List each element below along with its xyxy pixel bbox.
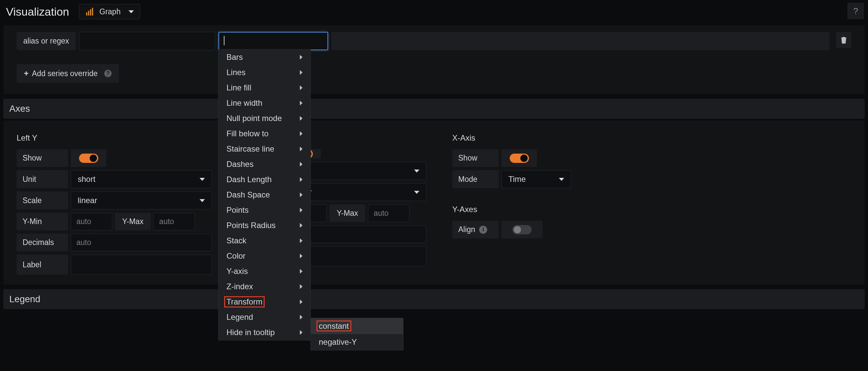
dropdown-item-bars[interactable]: Bars (218, 50, 310, 65)
graph-icon (85, 7, 95, 16)
dropdown-item-label: Z-index (226, 282, 253, 291)
chevron-right-icon (300, 162, 303, 167)
xaxis-show-label: Show (452, 149, 499, 167)
dropdown-item-fill-below-to[interactable]: Fill below to (218, 126, 310, 141)
chevron-down-icon (128, 10, 134, 13)
axes-section-body: Left Y Show Unit short Scale linear (3, 121, 865, 285)
dropdown-item-label: Transform (225, 297, 264, 307)
lefty-scale-label: Scale (17, 192, 68, 209)
dropdown-item-dash-length[interactable]: Dash Length (218, 172, 310, 187)
lefty-ymax-input[interactable]: auto (153, 213, 195, 230)
chevron-right-icon (300, 238, 303, 243)
chevron-down-icon (199, 178, 205, 181)
viz-type-selector[interactable]: Graph (79, 4, 140, 19)
override-spacer (331, 32, 830, 50)
info-icon[interactable]: i (479, 226, 487, 234)
trash-icon (840, 36, 847, 44)
dropdown-item-hide-in-tooltip[interactable]: Hide in tooltip (218, 325, 310, 340)
dropdown-item-y-axis[interactable]: Y-axis (218, 264, 310, 279)
dropdown-item-label: Bars (226, 53, 243, 62)
dropdown-item-stack[interactable]: Stack (218, 233, 310, 248)
xaxis-mode-select[interactable]: Time (501, 170, 571, 188)
dropdown-item-legend[interactable]: Legend (218, 310, 310, 325)
submenu-item-negative-y[interactable]: negative-Y (311, 334, 403, 350)
left-y-column: Left Y Show Unit short Scale linear (17, 125, 212, 275)
svg-rect-1 (88, 11, 89, 16)
chevron-right-icon (300, 254, 303, 258)
chevron-right-icon (300, 208, 303, 212)
chevron-down-icon (414, 170, 420, 173)
dropdown-item-label: Line width (226, 98, 262, 108)
help-button[interactable]: ? (847, 3, 864, 19)
dropdown-item-line-fill[interactable]: Line fill (218, 80, 310, 95)
chevron-right-icon (300, 55, 303, 59)
dropdown-item-lines[interactable]: Lines (218, 65, 310, 80)
dropdown-item-label: Lines (226, 68, 245, 77)
lefty-decimals-input[interactable]: auto (71, 234, 212, 251)
visualization-header: Visualization Graph ? (0, 0, 868, 23)
righty-ymax-label: Y-Max (330, 204, 365, 222)
dropdown-item-staircase-line[interactable]: Staircase line (218, 141, 310, 156)
submenu-item-label: negative-Y (319, 337, 357, 346)
xaxis-mode-value: Time (508, 174, 526, 184)
legend-section-header[interactable]: Legend (3, 289, 865, 309)
dropdown-item-points-radius[interactable]: Points Radius (218, 218, 310, 233)
chevron-right-icon (300, 131, 303, 136)
svg-rect-2 (90, 9, 91, 16)
dropdown-item-transform[interactable]: Transform (218, 294, 310, 310)
dropdown-item-label: Hide in tooltip (226, 328, 275, 337)
chevron-right-icon (300, 193, 303, 197)
add-series-override-button[interactable]: + Add series override ? (17, 64, 119, 83)
chevron-right-icon (300, 315, 303, 319)
lefty-unit-select[interactable]: short (71, 170, 212, 188)
dropdown-item-points[interactable]: Points (218, 202, 310, 218)
dropdown-item-label: Points Radius (226, 221, 276, 230)
lefty-ymax-label: Y-Max (115, 213, 151, 230)
dropdown-item-dashes[interactable]: Dashes (218, 156, 310, 172)
dropdown-item-null-point-mode[interactable]: Null point mode (218, 111, 310, 126)
x-yaxes-column: X-Axis Show Mode Time Y-Axes Align i (452, 125, 571, 275)
dropdown-item-z-index[interactable]: Z-index (218, 279, 310, 294)
lefty-label-input[interactable] (71, 255, 212, 275)
left-y-heading: Left Y (17, 133, 212, 143)
help-icon[interactable]: ? (104, 70, 112, 77)
righty-ymax-input[interactable]: auto (368, 204, 409, 222)
chevron-right-icon (300, 223, 303, 228)
page-title: Visualization (6, 5, 69, 18)
dropdown-item-dash-space[interactable]: Dash Space (218, 187, 310, 202)
override-options-dropdown: BarsLinesLine fillLine widthNull point m… (218, 49, 311, 340)
submenu-item-constant[interactable]: constant (311, 318, 403, 334)
delete-override-button[interactable] (836, 32, 851, 48)
lefty-scale-select[interactable]: linear (71, 192, 212, 209)
xaxis-show-toggle[interactable] (501, 149, 537, 167)
lefty-show-toggle[interactable] (71, 149, 106, 167)
xaxis-mode-label: Mode (452, 170, 499, 188)
lefty-scale-value: linear (78, 196, 97, 205)
dropdown-item-line-width[interactable]: Line width (218, 95, 310, 111)
chevron-right-icon (300, 299, 303, 304)
alias-select-input[interactable] (79, 32, 215, 50)
axes-section-header[interactable]: Axes (3, 99, 865, 119)
dropdown-item-label: Color (226, 251, 245, 261)
dropdown-item-label: Points (226, 205, 249, 215)
dropdown-item-label: Dash Length (226, 175, 272, 184)
submenu-item-label: constant (317, 321, 350, 331)
chevron-right-icon (300, 177, 303, 182)
dropdown-item-label: Dashes (226, 160, 253, 169)
chevron-down-icon (199, 199, 205, 202)
dropdown-item-label: Y-axis (226, 267, 248, 276)
lefty-ymin-input[interactable]: auto (71, 213, 112, 230)
override-option-input[interactable] (218, 32, 328, 50)
transform-submenu: constantnegative-Y (310, 318, 403, 350)
xaxis-heading: X-Axis (452, 133, 571, 143)
yaxes-align-toggle[interactable] (501, 221, 542, 238)
viz-type-label: Graph (99, 7, 121, 16)
lefty-ymin-label: Y-Min (17, 213, 68, 230)
chevron-down-icon (414, 191, 420, 194)
dropdown-item-label: Staircase line (226, 144, 274, 153)
dropdown-item-color[interactable]: Color (218, 248, 310, 264)
dropdown-item-label: Null point mode (226, 114, 282, 123)
lefty-unit-label: Unit (17, 170, 68, 188)
dropdown-item-label: Line fill (226, 83, 251, 92)
lefty-unit-value: short (78, 174, 95, 184)
